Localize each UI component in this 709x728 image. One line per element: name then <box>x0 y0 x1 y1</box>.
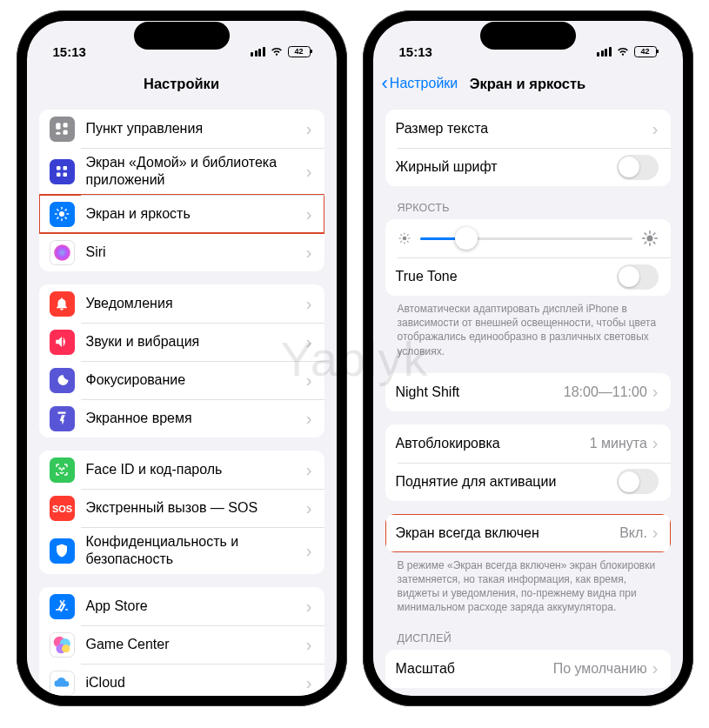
control-center-icon <box>50 117 75 142</box>
row-bold-text[interactable]: Жирный шрифт <box>385 148 671 186</box>
nav-bar: Настройки <box>27 66 337 101</box>
settings-list[interactable]: Пункт управления›Экран «Домой» и библиот… <box>27 101 337 696</box>
chevron-right-icon: › <box>652 382 659 402</box>
label: Экранное время <box>86 410 306 427</box>
battery-icon: 42 <box>288 46 311 57</box>
value: 18:00—11:00 <box>564 384 647 400</box>
privacy-icon <box>50 538 75 564</box>
home-screen-icon <box>50 159 75 184</box>
label: Экран всегда включен <box>396 524 620 542</box>
cellular-icon <box>597 47 612 57</box>
label: Экран «Домой» и библиотека приложений <box>86 154 306 189</box>
chevron-right-icon: › <box>652 523 659 543</box>
row-brightness-slider[interactable] <box>385 219 671 257</box>
svg-line-13 <box>57 210 58 210</box>
footer-always-on: В режиме «Экран всегда включен» экран бл… <box>385 552 671 617</box>
label: Жирный шрифт <box>396 158 617 176</box>
display-settings-list[interactable]: Размер текста › Жирный шрифт ЯРКОСТЬ <box>373 101 683 696</box>
row-auto-lock[interactable]: Автоблокировка 1 минута › <box>385 424 671 463</box>
label: Siri <box>86 244 306 261</box>
chevron-right-icon: › <box>306 498 312 518</box>
toggle-true-tone[interactable] <box>617 264 659 290</box>
row-true-tone[interactable]: True Tone <box>385 257 671 296</box>
row-home-screen[interactable]: Экран «Домой» и библиотека приложений› <box>39 148 324 195</box>
row-brightness[interactable]: Экран и яркость› <box>39 195 324 233</box>
row-siri[interactable]: Siri› <box>39 233 324 271</box>
svg-rect-0 <box>56 123 60 130</box>
sounds-icon <box>50 330 75 355</box>
status-right: 42 <box>251 46 311 57</box>
chevron-right-icon: › <box>306 162 312 182</box>
label: Night Shift <box>396 384 564 401</box>
row-control-center[interactable]: Пункт управления› <box>39 110 324 148</box>
page-title: Настройки <box>144 76 219 92</box>
screentime-icon <box>50 406 75 431</box>
chevron-right-icon: › <box>652 119 659 139</box>
chevron-right-icon: › <box>306 597 312 617</box>
chevron-right-icon: › <box>306 673 312 693</box>
label: Звуки и вибрация <box>86 333 306 351</box>
row-privacy[interactable]: Конфиденциальность и безопасность› <box>39 527 324 574</box>
row-sounds[interactable]: Звуки и вибрация› <box>39 323 324 361</box>
row-focus[interactable]: Фокусирование› <box>39 361 324 399</box>
svg-line-16 <box>65 210 66 210</box>
svg-line-46 <box>653 233 655 235</box>
svg-line-44 <box>653 242 655 244</box>
row-always-on[interactable]: Экран всегда включен Вкл. › <box>385 514 671 552</box>
faceid-icon <box>50 458 75 483</box>
row-screentime[interactable]: Экранное время› <box>39 399 324 437</box>
row-appstore[interactable]: App Store› <box>39 587 324 625</box>
svg-line-43 <box>645 233 646 235</box>
row-notifications[interactable]: Уведомления› <box>39 284 324 323</box>
svg-line-34 <box>400 235 401 236</box>
value: По умолчанию <box>553 661 647 677</box>
chevron-right-icon: › <box>306 119 312 139</box>
chevron-right-icon: › <box>306 409 312 429</box>
svg-text:SOS: SOS <box>51 504 71 514</box>
row-text-size[interactable]: Размер текста › <box>385 110 671 148</box>
row-gamecenter[interactable]: Game Center› <box>39 625 324 664</box>
brightness-icon <box>50 202 75 227</box>
row-raise-to-wake[interactable]: Поднятие для активации <box>385 463 671 501</box>
label: True Tone <box>396 268 617 285</box>
label: Face ID и код-пароль <box>86 461 306 478</box>
row-night-shift[interactable]: Night Shift 18:00—11:00 › <box>385 373 671 411</box>
label: App Store <box>86 598 306 615</box>
svg-line-45 <box>645 242 646 244</box>
page-title: Экран и яркость <box>470 76 586 92</box>
toggle-raise-to-wake[interactable] <box>617 469 659 494</box>
icloud-icon <box>50 671 75 696</box>
label: Фокусирование <box>86 371 306 389</box>
label: Экран и яркость <box>86 205 306 223</box>
label: Пункт управления <box>86 120 306 137</box>
label: Game Center <box>86 636 306 653</box>
label: Автоблокировка <box>396 435 590 452</box>
chevron-right-icon: › <box>652 658 659 678</box>
dynamic-island <box>134 22 230 50</box>
svg-rect-4 <box>57 166 61 170</box>
svg-rect-3 <box>64 130 68 135</box>
battery-icon: 42 <box>634 46 657 57</box>
phone-left: 15:13 42 Настройки Пункт управления›Экра… <box>17 10 347 706</box>
row-icloud[interactable]: iCloud› <box>39 664 324 696</box>
footer-zoom: Выберите вид для iPhone: «Крупный текст»… <box>385 688 671 697</box>
svg-rect-5 <box>64 166 68 170</box>
chevron-right-icon: › <box>306 635 312 655</box>
nav-bar: ‹ Настройки Экран и яркость <box>373 66 683 101</box>
brightness-slider[interactable] <box>420 237 632 240</box>
dynamic-island <box>480 22 576 50</box>
svg-line-14 <box>65 217 66 218</box>
footer-true-tone: Автоматически адаптировать дисплей iPhon… <box>385 296 671 360</box>
back-button[interactable]: ‹ Настройки <box>382 74 458 93</box>
back-label: Настройки <box>390 76 458 91</box>
chevron-right-icon: › <box>652 433 659 453</box>
row-zoom[interactable]: Масштаб По умолчанию › <box>385 650 671 688</box>
svg-rect-2 <box>56 132 60 135</box>
svg-line-36 <box>400 241 401 242</box>
screen-display-brightness: 15:13 42 ‹ Настройки Экран и яркость Раз… <box>373 21 683 696</box>
toggle-bold-text[interactable] <box>617 155 659 180</box>
row-sos[interactable]: SOSЭкстренный вызов — SOS› <box>39 489 324 527</box>
label: Экстренный вызов — SOS <box>86 499 306 517</box>
row-faceid[interactable]: Face ID и код-пароль› <box>39 451 324 489</box>
notifications-icon <box>50 291 75 317</box>
